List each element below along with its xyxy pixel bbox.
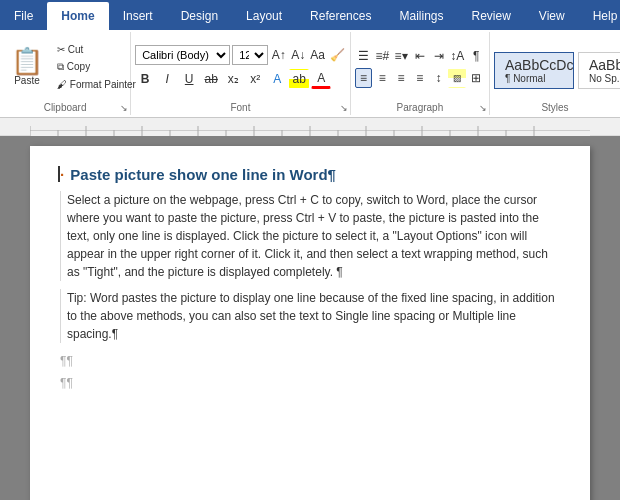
font-group: Calibri (Body) 12 A↑ A↓ Aa 🧹 B I U ab x₂… (131, 32, 351, 115)
font-color-button[interactable]: A (311, 69, 331, 89)
superscript-button[interactable]: x² (245, 69, 265, 89)
ribbon-tabs: File Home Insert Design Layout Reference… (0, 0, 620, 30)
normal-style-text: AaBbCcDc (505, 57, 573, 73)
paragraph2-text: Tip: Word pastes the picture to display … (67, 291, 555, 341)
paragraph-label: Paragraph (351, 102, 489, 113)
document-paragraph1[interactable]: Select a picture on the webpage, press C… (60, 191, 560, 281)
para-row2: ≡ ≡ ≡ ≡ ↕ ▨ ⊞ (355, 68, 485, 88)
increase-font-button[interactable]: A↑ (270, 45, 287, 65)
paste-label: Paste (14, 75, 40, 86)
bullets-button[interactable]: ☰ (355, 46, 373, 66)
para-row1: ☰ ≡# ≡▾ ⇤ ⇥ ↕A ¶ (355, 46, 485, 66)
document-empty2[interactable]: ¶¶ (60, 373, 560, 395)
shading-button[interactable]: ▨ (448, 68, 466, 88)
cut-button[interactable]: ✂ Cut (52, 42, 141, 57)
font-row1: Calibri (Body) 12 A↑ A↓ Aa 🧹 (135, 45, 346, 65)
heading-text: Paste picture show one line in Word¶ (70, 166, 336, 183)
text-effects-button[interactable]: A (267, 69, 287, 89)
subscript-button[interactable]: x₂ (223, 69, 243, 89)
tab-layout[interactable]: Layout (232, 2, 296, 30)
styles-label: Styles (490, 102, 620, 113)
ruler-svg (30, 118, 590, 136)
change-case-button[interactable]: Aa (309, 45, 326, 65)
format-painter-button[interactable]: 🖌 Format Painter (52, 77, 141, 92)
cursor-dot: · (60, 166, 64, 183)
multilevel-list-button[interactable]: ≡▾ (392, 46, 410, 66)
tab-references[interactable]: References (296, 2, 385, 30)
document-body: · Paste picture show one line in Word¶ S… (0, 136, 620, 500)
normal-style-label: ¶ Normal (505, 73, 545, 84)
clipboard-small-buttons: ✂ Cut ⧉ Copy 🖌 Format Painter (52, 42, 141, 92)
sort-button[interactable]: ↕A (448, 46, 466, 66)
styles-group: AaBbCcDc ¶ Normal AaBbC No Sp... ▲ ▼ ▾ S… (490, 32, 620, 115)
font-label: Font (131, 102, 350, 113)
no-spacing-style-option[interactable]: AaBbC No Sp... (578, 52, 620, 89)
paste-button[interactable]: 📋 Paste (4, 43, 50, 91)
tab-mailings[interactable]: Mailings (385, 2, 457, 30)
show-formatting-button[interactable]: ¶ (467, 46, 485, 66)
no-spacing-style-text: AaBbC (589, 57, 620, 73)
document-page[interactable]: · Paste picture show one line in Word¶ S… (30, 146, 590, 500)
copy-button[interactable]: ⧉ Copy (52, 59, 141, 75)
font-size-select[interactable]: 12 (232, 45, 268, 65)
ruler (0, 118, 620, 136)
numbering-button[interactable]: ≡# (373, 46, 391, 66)
pilcrow-1: ¶¶ (60, 354, 73, 368)
tab-home[interactable]: Home (47, 2, 108, 30)
tab-file[interactable]: File (0, 2, 47, 30)
increase-indent-button[interactable]: ⇥ (430, 46, 448, 66)
clipboard-group: 📋 Paste ✂ Cut ⧉ Copy 🖌 Format Painter Cl… (0, 32, 131, 115)
tab-view[interactable]: View (525, 2, 579, 30)
tab-design[interactable]: Design (167, 2, 232, 30)
align-left-button[interactable]: ≡ (355, 68, 373, 88)
clear-formatting-button[interactable]: 🧹 (328, 45, 345, 65)
line-spacing-button[interactable]: ↕ (430, 68, 448, 88)
document-empty1[interactable]: ¶¶ (60, 351, 560, 373)
decrease-font-button[interactable]: A↓ (290, 45, 307, 65)
paragraph1-text: Select a picture on the webpage, press C… (67, 193, 548, 279)
font-family-select[interactable]: Calibri (Body) (135, 45, 230, 65)
paste-icon: 📋 (11, 48, 43, 74)
tab-help[interactable]: Help (579, 2, 620, 30)
borders-button[interactable]: ⊞ (467, 68, 485, 88)
decrease-indent-button[interactable]: ⇤ (411, 46, 429, 66)
document-paragraph2[interactable]: Tip: Word pastes the picture to display … (60, 289, 560, 343)
document-heading[interactable]: · Paste picture show one line in Word¶ (60, 166, 560, 183)
clipboard-label: Clipboard (0, 102, 130, 113)
paragraph-group: ☰ ≡# ≡▾ ⇤ ⇥ ↕A ¶ ≡ ≡ ≡ ≡ ↕ ▨ ⊞ Paragraph… (351, 32, 490, 115)
normal-style-option[interactable]: AaBbCcDc ¶ Normal (494, 52, 574, 89)
clipboard-expand-icon[interactable]: ↘ (120, 103, 128, 113)
justify-button[interactable]: ≡ (411, 68, 429, 88)
no-spacing-style-label: No Sp... (589, 73, 620, 84)
underline-button[interactable]: U (179, 69, 199, 89)
strikethrough-button[interactable]: ab (201, 69, 221, 89)
ribbon-bar: 📋 Paste ✂ Cut ⧉ Copy 🖌 Format Painter Cl… (0, 30, 620, 118)
pilcrow-2: ¶¶ (60, 376, 73, 390)
cursor (58, 166, 60, 182)
bold-button[interactable]: B (135, 69, 155, 89)
align-right-button[interactable]: ≡ (392, 68, 410, 88)
align-center-button[interactable]: ≡ (373, 68, 391, 88)
tab-review[interactable]: Review (457, 2, 524, 30)
text-highlight-button[interactable]: ab (289, 69, 309, 89)
tab-insert[interactable]: Insert (109, 2, 167, 30)
paragraph-expand-icon[interactable]: ↘ (479, 103, 487, 113)
italic-button[interactable]: I (157, 69, 177, 89)
font-expand-icon[interactable]: ↘ (340, 103, 348, 113)
font-row2: B I U ab x₂ x² A ab A (135, 69, 346, 89)
